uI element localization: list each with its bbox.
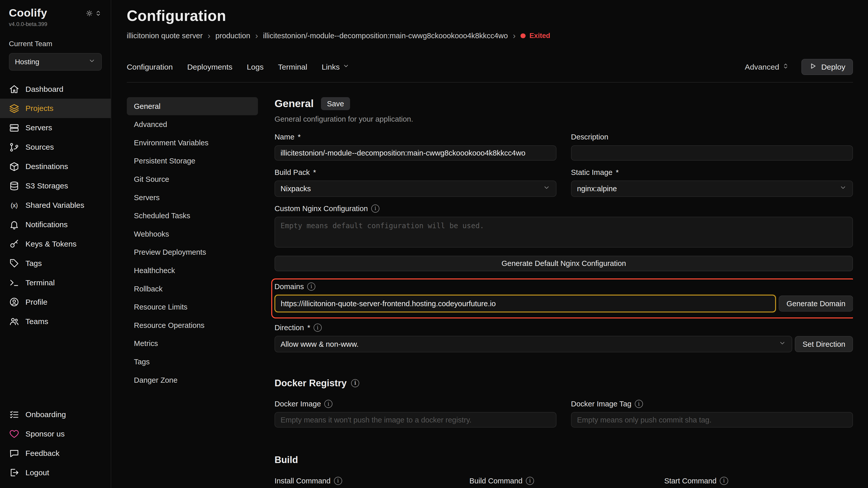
nginx-config-textarea[interactable] — [275, 217, 853, 248]
set-direction-button[interactable]: Set Direction — [795, 336, 853, 352]
sidebar-item-label: S3 Storages — [26, 182, 68, 190]
sidebar-item-label: Notifications — [26, 220, 68, 229]
logout-icon — [9, 467, 20, 478]
sidebar-item-label: Servers — [26, 123, 52, 132]
main-area: Configuration illicitonion quote server … — [111, 0, 868, 488]
bell-icon — [9, 219, 20, 230]
section-nav-advanced[interactable]: Advanced — [127, 115, 258, 134]
sidebar-item-label: Feedback — [26, 449, 59, 458]
domains-label: Domains — [275, 282, 853, 291]
sidebar-bottom-nav: Onboarding Sponsor us Feedback Logout — [0, 405, 111, 488]
static-image-select[interactable]: nginx:alpine — [571, 181, 853, 197]
sidebar-item-label: Onboarding — [26, 410, 66, 419]
updown-chevrons-icon — [782, 62, 789, 71]
description-input[interactable] — [571, 145, 853, 161]
sidebar-item-logout[interactable]: Logout — [0, 463, 111, 482]
sidebar-item-label: Tags — [26, 259, 42, 268]
section-nav-webhooks[interactable]: Webhooks — [127, 225, 258, 243]
info-icon[interactable] — [526, 477, 534, 485]
info-icon[interactable] — [307, 283, 315, 291]
sidebar-item-sources[interactable]: Sources — [0, 137, 111, 157]
sidebar-item-notifications[interactable]: Notifications — [0, 215, 111, 234]
current-team-label: Current Team — [9, 39, 102, 48]
checklist-icon — [9, 410, 20, 420]
section-nav-environment-variables[interactable]: Environment Variables — [127, 134, 258, 152]
docker-image-input[interactable] — [275, 412, 557, 428]
sidebar-item-terminal[interactable]: Terminal — [0, 273, 111, 292]
tab-configuration[interactable]: Configuration — [127, 63, 173, 71]
info-icon[interactable] — [324, 400, 333, 408]
sidebar-item-keys-tokens[interactable]: Keys & Tokens — [0, 234, 111, 254]
play-icon — [809, 62, 817, 72]
save-button[interactable]: Save — [321, 97, 350, 110]
info-icon[interactable] — [351, 379, 359, 387]
section-nav-healthcheck[interactable]: Healthcheck — [127, 261, 258, 280]
section-nav-preview-deployments[interactable]: Preview Deployments — [127, 243, 258, 262]
tab-deployments[interactable]: Deployments — [187, 63, 232, 71]
section-nav-danger-zone[interactable]: Danger Zone — [127, 371, 258, 389]
sidebar-item-shared-variables[interactable]: (x) Shared Variables — [0, 196, 111, 215]
sidebar-item-label: Terminal — [26, 279, 55, 287]
team-select-value: Hosting — [15, 58, 39, 66]
section-nav-resource-operations[interactable]: Resource Operations — [127, 316, 258, 334]
tab-links[interactable]: Links — [322, 62, 350, 71]
section-nav-servers[interactable]: Servers — [127, 188, 258, 207]
info-icon[interactable] — [720, 477, 728, 485]
advanced-selector[interactable]: Advanced — [745, 62, 789, 71]
sidebar-item-s3-storages[interactable]: S3 Storages — [0, 176, 111, 196]
tab-logs[interactable]: Logs — [247, 63, 264, 71]
tab-terminal[interactable]: Terminal — [278, 63, 307, 71]
section-nav-rollback[interactable]: Rollback — [127, 280, 258, 298]
sidebar-item-destinations[interactable]: Destinations — [0, 157, 111, 176]
sidebar-item-label: Profile — [26, 298, 48, 306]
static-image-label: Static Image* — [571, 168, 853, 177]
sidebar-item-tags[interactable]: Tags — [0, 254, 111, 273]
section-nav-general[interactable]: General — [127, 97, 258, 116]
status-label: Exited — [529, 32, 550, 40]
tag-icon — [9, 258, 20, 268]
theme-switcher[interactable] — [86, 9, 102, 19]
section-nav-scheduled-tasks[interactable]: Scheduled Tasks — [127, 206, 258, 225]
info-icon[interactable] — [371, 204, 379, 213]
info-icon[interactable] — [334, 477, 342, 485]
team-select[interactable]: Hosting — [9, 53, 102, 71]
info-icon[interactable] — [314, 324, 322, 332]
generate-domain-button[interactable]: Generate Domain — [779, 295, 853, 312]
info-icon[interactable] — [635, 400, 643, 408]
chevron-down-icon — [543, 184, 550, 193]
sidebar-item-servers[interactable]: Servers — [0, 118, 111, 137]
sidebar-item-sponsor[interactable]: Sponsor us — [0, 424, 111, 444]
sidebar-item-label: Destinations — [26, 162, 68, 171]
breadcrumb-environment[interactable]: production — [215, 31, 250, 40]
docker-image-tag-input[interactable] — [571, 412, 853, 428]
section-nav-persistent-storage[interactable]: Persistent Storage — [127, 152, 258, 170]
sidebar-item-profile[interactable]: Profile — [0, 292, 111, 312]
app-window: Coolify v4.0.0-beta.399 Current Team Hos… — [0, 0, 868, 488]
heart-icon — [9, 429, 20, 439]
server-icon — [9, 123, 20, 133]
breadcrumb-project[interactable]: illicitonion quote server — [127, 31, 203, 40]
section-nav-resource-limits[interactable]: Resource Limits — [127, 298, 258, 316]
breadcrumb-application[interactable]: illicitestonion/-module--decomposition:m… — [263, 31, 508, 40]
deploy-button[interactable]: Deploy — [801, 59, 853, 75]
status-dot-icon — [521, 33, 526, 38]
name-input[interactable] — [275, 145, 557, 161]
section-nav-tags[interactable]: Tags — [127, 353, 258, 371]
sidebar-item-dashboard[interactable]: Dashboard — [0, 79, 111, 99]
build-pack-select[interactable]: Nixpacks — [275, 181, 557, 197]
sidebar-item-onboarding[interactable]: Onboarding — [0, 405, 111, 424]
chevron-right-icon: › — [208, 32, 211, 40]
sidebar-item-label: Logout — [26, 468, 49, 477]
sidebar-item-projects[interactable]: Projects — [0, 99, 111, 118]
status-badge: Exited — [521, 32, 550, 40]
sidebar-item-label: Teams — [26, 317, 48, 326]
tab-bar: Configuration Deployments Logs Terminal … — [127, 59, 853, 83]
direction-select[interactable]: Allow www & non-www. — [275, 336, 792, 352]
sidebar-item-feedback[interactable]: Feedback — [0, 444, 111, 463]
sidebar-item-teams[interactable]: Teams — [0, 312, 111, 331]
section-nav-metrics[interactable]: Metrics — [127, 334, 258, 353]
domains-input[interactable] — [275, 295, 776, 312]
section-nav-git-source[interactable]: Git Source — [127, 170, 258, 188]
brand-title: Coolify — [9, 7, 47, 19]
generate-nginx-button[interactable]: Generate Default Nginx Configuration — [275, 256, 853, 271]
